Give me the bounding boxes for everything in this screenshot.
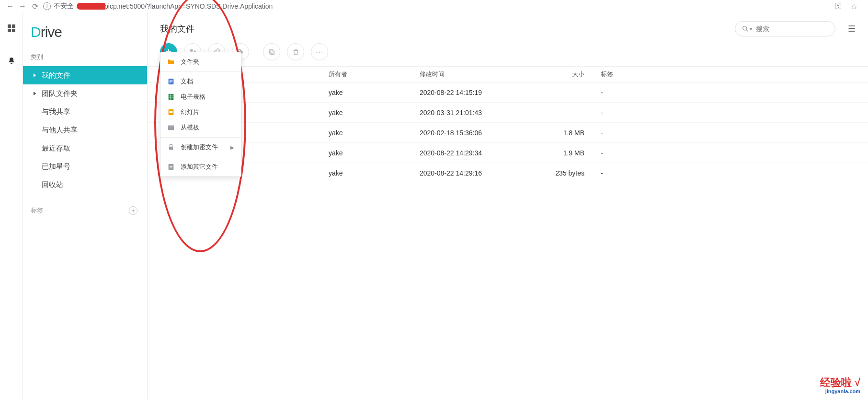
cell-owner: yake [329, 109, 420, 117]
cell-size: 1.8 MB [508, 129, 596, 137]
sidebar-item-label: 最近存取 [42, 144, 70, 153]
svg-point-9 [239, 50, 240, 51]
tmpl-icon [167, 124, 175, 131]
apps-icon[interactable] [7, 24, 16, 33]
main-area: 我的文件 ▾ ☰ + ⋯ 名称 所有者 修改时间 大小 [148, 12, 868, 399]
cell-owner: yake [329, 89, 420, 96]
search-input[interactable] [756, 25, 823, 33]
cell-modified: 2020-08-22 14:29:34 [420, 149, 508, 157]
sidebar-item-label: 与他人共享 [42, 126, 78, 135]
sidebar-item-6[interactable]: 回收站 [23, 176, 147, 194]
add-tag-button[interactable]: + [129, 206, 137, 215]
key-icon[interactable]: ⚿ [834, 2, 842, 11]
cell-tag: - [596, 129, 868, 137]
menu-item-slide[interactable]: 幻灯片 [160, 105, 241, 120]
forward-icon[interactable]: → [16, 2, 29, 11]
cell-tag: - [596, 109, 868, 117]
cell-owner: yake [329, 129, 420, 137]
sidebar-nav: 我的文件团队文件夹与我共享与他人共享最近存取已加星号回收站 [23, 66, 147, 194]
page-title: 我的文件 [160, 23, 735, 35]
menu-item-lock[interactable]: 创建加密文件▶ [160, 140, 241, 155]
cell-tag: - [596, 169, 868, 177]
folder-icon [167, 58, 175, 66]
menu-item-label: 创建加密文件 [181, 143, 218, 152]
chevron-right-icon: ▶ [230, 145, 234, 150]
chevron-right-icon [34, 73, 36, 77]
menu-item-label: 添加其它文件 [181, 163, 218, 171]
slide-icon [167, 108, 175, 116]
sidebar-item-label: 我的文件 [42, 71, 70, 80]
table-row[interactable]: yake2020-03-31 21:01:43- [148, 103, 868, 123]
cell-modified: 2020-03-31 21:01:43 [420, 109, 508, 117]
sidebar-item-3[interactable]: 与他人共享 [23, 121, 147, 139]
svg-rect-24 [169, 147, 173, 150]
star-icon[interactable]: ☆ [851, 2, 857, 11]
sidebar-item-label: 团队文件夹 [42, 89, 78, 98]
copy-button[interactable] [263, 43, 280, 60]
svg-rect-23 [168, 125, 174, 127]
redacted-host [77, 3, 105, 10]
sidebar-item-4[interactable]: 最近存取 [23, 139, 147, 157]
delete-button[interactable] [287, 43, 304, 60]
bell-icon[interactable] [7, 57, 16, 65]
cell-size: 1.9 MB [508, 149, 596, 157]
watermark: 经验啦 √ jingyanla.com [820, 377, 860, 394]
menu-item-add[interactable]: 添加其它文件 [160, 159, 241, 175]
more-button[interactable]: ⋯ [311, 43, 328, 60]
menu-item-tmpl[interactable]: 从模板 [160, 120, 241, 135]
svg-point-4 [743, 26, 747, 30]
menu-item-label: 电子表格 [181, 93, 206, 101]
menu-item-sheet[interactable]: 电子表格 [160, 89, 241, 105]
col-owner[interactable]: 所有者 [329, 70, 420, 79]
lock-icon [167, 143, 175, 151]
col-modified[interactable]: 修改时间 [420, 70, 508, 79]
menu-item-label: 文档 [181, 77, 193, 86]
category-label: 类别 [23, 49, 147, 66]
back-icon[interactable]: ← [4, 2, 16, 11]
svg-rect-16 [169, 94, 174, 100]
cell-tag: - [596, 149, 868, 157]
create-menu: 文件夹文档电子表格幻灯片从模板创建加密文件▶添加其它文件 [160, 52, 241, 177]
search-icon [742, 25, 749, 32]
sidebar-item-label: 已加星号 [42, 162, 70, 171]
sidebar-item-5[interactable]: 已加星号 [23, 157, 147, 176]
svg-rect-11 [269, 49, 273, 53]
search-box[interactable]: ▾ [735, 21, 835, 36]
svg-rect-3 [12, 29, 15, 32]
toolbar: + ⋯ [148, 36, 868, 66]
table-row[interactable]: - 2.18方向一yake2020-08-22 14:29:341.9 MB- [148, 143, 868, 163]
sidebar: Drive 类别 我的文件团队文件夹与我共享与他人共享最近存取已加星号回收站 标… [23, 12, 148, 399]
table-header: 名称 所有者 修改时间 大小 标签 [148, 66, 868, 82]
svg-rect-21 [170, 111, 173, 113]
menu-item-label: 幻灯片 [181, 108, 199, 117]
menu-item-doc[interactable]: 文档 [160, 74, 241, 89]
sidebar-item-1[interactable]: 团队文件夹 [23, 84, 147, 103]
table-row[interactable]: yake2020-08-22 14:15:19- [148, 82, 868, 103]
file-list: yake2020-08-22 14:15:19-yake2020-03-31 2… [148, 82, 868, 183]
reload-icon[interactable]: ⟳ [29, 2, 41, 11]
address-bar[interactable]: i 不安全 picp.net:5000/?launchApp=SYNO.SDS.… [43, 2, 834, 11]
table-row[interactable]: yake2020-08-22 14:29:16235 bytes- [148, 163, 868, 183]
sidebar-item-0[interactable]: 我的文件 [23, 66, 147, 84]
info-icon: i [43, 2, 51, 10]
col-tag[interactable]: 标签 [596, 70, 868, 79]
col-size[interactable]: 大小 [508, 70, 596, 79]
menu-icon[interactable]: ☰ [848, 23, 856, 34]
search-caret-icon: ▾ [750, 26, 752, 32]
sidebar-item-label: 回收站 [42, 180, 63, 189]
menu-item-folder[interactable]: 文件夹 [160, 54, 241, 70]
cell-owner: yake [329, 169, 420, 177]
svg-rect-0 [8, 24, 11, 28]
menu-item-label: 从模板 [181, 123, 199, 132]
browser-bar: ← → ⟳ i 不安全 picp.net:5000/?launchApp=SYN… [0, 0, 868, 12]
sidebar-item-2[interactable]: 与我共享 [23, 103, 147, 121]
url-text: picp.net:5000/?launchApp=SYNO.SDS.Drive.… [104, 2, 273, 10]
cell-owner: yake [329, 149, 420, 157]
cell-tag: - [596, 89, 868, 96]
app-logo: Drive [23, 20, 147, 49]
table-row[interactable]: - 2.18方向一.docxyake2020-02-18 15:36:061.8… [148, 123, 868, 143]
svg-rect-1 [12, 24, 15, 28]
cell-modified: 2020-02-18 15:36:06 [420, 129, 508, 137]
menu-item-label: 文件夹 [181, 58, 199, 66]
sheet-icon [167, 93, 175, 101]
